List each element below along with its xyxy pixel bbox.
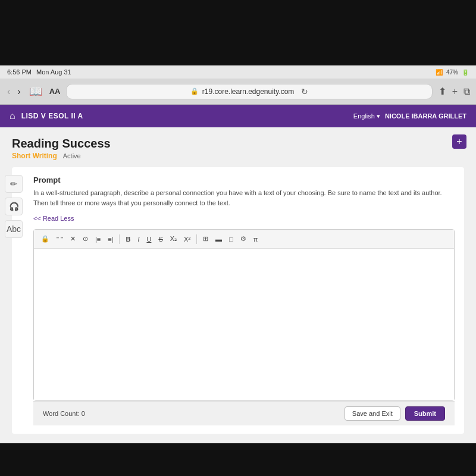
text-tool-button[interactable]: Abc [5, 220, 23, 238]
wifi-icon: 📶 [436, 69, 443, 76]
status-badge: Active [63, 152, 81, 159]
audio-button[interactable]: 🎧 [5, 198, 23, 215]
toolbar-separator-2 [196, 234, 197, 244]
bezel-bottom [0, 443, 476, 476]
toolbar-indent-right-btn[interactable]: ≡| [105, 234, 115, 244]
bezel-top [0, 0, 476, 65]
new-tab-button[interactable]: + [452, 86, 458, 97]
reader-mode-icon[interactable]: 📖 [29, 85, 42, 98]
app-title: LISD V ESOL II A [21, 112, 83, 120]
page-title: Reading Success [12, 137, 464, 151]
toolbar-lock-btn[interactable]: 🔒 [39, 234, 52, 244]
toolbar-superscript-btn[interactable]: X² [181, 234, 193, 244]
sidebar-icons: ✏ 🎧 Abc [5, 175, 23, 238]
toolbar-box-btn[interactable]: □ [227, 234, 236, 244]
app-nav-bar: ⌂ LISD V ESOL II A English ▾ NICOLE IBAR… [0, 105, 476, 127]
pencil-tool-button[interactable]: ✏ [5, 175, 23, 193]
status-bar-left: 6:56 PM Mon Aug 31 [7, 68, 71, 76]
toolbar-separator-1 [119, 234, 120, 244]
status-bar: 6:56 PM Mon Aug 31 📶 47% 🔋 [0, 65, 476, 79]
browser-nav: ‹ › 📖 AA [6, 85, 60, 98]
editor-toolbar: 🔒 " " ✕ ⊙ |≡ ≡| B I U S X₂ X² ⊞ ▬ □ [34, 230, 454, 249]
toolbar-close-btn[interactable]: ✕ [68, 234, 78, 244]
browser-actions: ⬆ + ⧉ [439, 86, 470, 97]
user-name: NICOLE IBARRA GRILLET [385, 112, 466, 120]
toolbar-circle-btn[interactable]: ⊙ [80, 234, 90, 244]
add-button[interactable]: + [452, 134, 466, 149]
toolbar-underline-btn[interactable]: U [144, 234, 154, 244]
share-button[interactable]: ⬆ [439, 86, 446, 97]
toolbar-indent-left-btn[interactable]: |≡ [93, 234, 103, 244]
language-selector[interactable]: English ▾ [353, 112, 380, 120]
url-text: r19.core.learn.edgenuity.com [202, 87, 295, 96]
toolbar-quote-btn[interactable]: " " [54, 234, 65, 244]
screen: 6:56 PM Mon Aug 31 📶 47% 🔋 ‹ › 📖 AA 🔒 r1… [0, 65, 476, 443]
read-less-link[interactable]: << Read Less [33, 215, 74, 222]
main-content: + Reading Success Short Writing Active ✏… [0, 127, 476, 443]
content-card: Prompt In a well-structured paragraph, d… [12, 167, 464, 434]
status-bar-right: 📶 47% 🔋 [436, 69, 469, 76]
battery-indicator: 47% [446, 69, 458, 76]
save-exit-button[interactable]: Save and Exit [345, 406, 400, 421]
status-date: Mon Aug 31 [36, 68, 71, 76]
prompt-section: Prompt In a well-structured paragraph, d… [21, 176, 455, 223]
toolbar-table-btn[interactable]: ⊞ [201, 234, 211, 244]
toolbar-strikethrough-btn[interactable]: S [156, 234, 165, 244]
home-icon[interactable]: ⌂ [10, 111, 15, 121]
app-nav-left: ⌂ LISD V ESOL II A [10, 111, 83, 121]
footer-buttons: Save and Exit Submit [345, 406, 445, 421]
activity-type-label: Short Writing [12, 152, 57, 160]
forward-button[interactable]: › [16, 86, 21, 97]
browser-chrome: ‹ › 📖 AA 🔒 r19.core.learn.edgenuity.com … [0, 79, 476, 105]
address-bar[interactable]: 🔒 r19.core.learn.edgenuity.com ↻ [66, 84, 432, 99]
back-button[interactable]: ‹ [6, 86, 11, 97]
status-time: 6:56 PM [7, 68, 32, 76]
toolbar-italic-btn[interactable]: I [135, 234, 142, 244]
tabs-button[interactable]: ⧉ [464, 86, 470, 97]
app-nav-right: English ▾ NICOLE IBARRA GRILLET [353, 112, 466, 120]
prompt-text: In a well-structured paragraph, describe… [33, 188, 455, 208]
editor-body[interactable] [34, 249, 454, 400]
ssl-lock-icon: 🔒 [190, 87, 199, 95]
subtitle-row: Short Writing Active [12, 152, 464, 160]
toolbar-bold-btn[interactable]: B [123, 234, 133, 244]
chevron-down-icon: ▾ [377, 112, 380, 120]
battery-icon: 🔋 [462, 69, 469, 76]
footer-bar: Word Count: 0 Save and Exit Submit [33, 401, 455, 425]
prompt-title: Prompt [33, 176, 455, 184]
word-count-label: Word Count: 0 [43, 410, 85, 417]
toolbar-settings-btn[interactable]: ⚙ [238, 234, 249, 244]
toolbar-pi-btn[interactable]: π [251, 234, 261, 244]
refresh-icon[interactable]: ↻ [301, 87, 308, 96]
language-label: English [353, 112, 375, 120]
text-size-button[interactable]: AA [49, 87, 61, 96]
toolbar-hr-btn[interactable]: ▬ [213, 234, 224, 244]
editor-container: 🔒 " " ✕ ⊙ |≡ ≡| B I U S X₂ X² ⊞ ▬ □ [33, 229, 455, 401]
toolbar-subscript-btn[interactable]: X₂ [168, 234, 179, 244]
submit-button[interactable]: Submit [405, 406, 445, 421]
